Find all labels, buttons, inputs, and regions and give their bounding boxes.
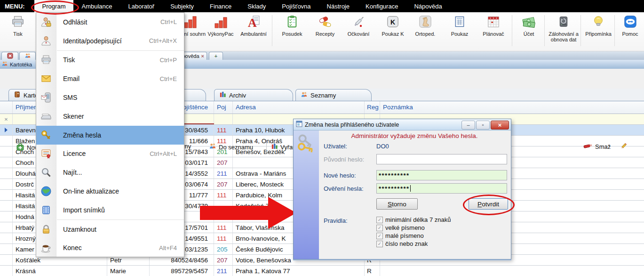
toolbar-button-zalohovani[interactable]: Zálohování a obnova dat xyxy=(546,14,581,42)
svg-text:K: K xyxy=(390,18,395,26)
toolbar-button-poukaz-k[interactable]: K Poukaz K xyxy=(376,14,409,37)
checkbox-checked-icon: ✓ xyxy=(376,225,383,231)
storno-button[interactable]: Storno xyxy=(376,198,418,210)
row-marker xyxy=(0,125,13,135)
tab-seznamy[interactable]: Seznamy xyxy=(295,89,372,101)
menu-item-email[interactable]: Email Ctrl+E xyxy=(36,69,184,88)
row-marker xyxy=(0,146,13,157)
rule-item: ✓velké písmeno xyxy=(376,224,425,231)
header-poj[interactable]: Poj xyxy=(214,101,233,114)
menu-item-sklady[interactable]: Sklady xyxy=(239,0,274,12)
menu-item-licence[interactable]: Licence Ctrl+Alt+L xyxy=(36,145,184,163)
menu-item-konec[interactable]: Konec Alt+F4 xyxy=(36,239,184,258)
menu-item-uzamknout[interactable]: Uzamknout xyxy=(36,220,184,239)
columns-icon xyxy=(271,143,278,151)
printer-icon xyxy=(36,54,56,65)
toolbar-separator xyxy=(512,15,512,46)
dialog-title: Změna hesla přihlášeného uživatele xyxy=(305,122,399,128)
toolbar-button-recepty[interactable]: Recepty xyxy=(309,14,342,37)
cell-adresa: Praha 1, Katova 77 xyxy=(233,266,365,276)
scanner-icon xyxy=(36,111,56,122)
toolbar-button-poukaz[interactable]: Poukaz xyxy=(443,14,476,37)
tab-kartoteka-icon-tab[interactable] xyxy=(19,52,36,60)
foot-icon xyxy=(409,14,442,29)
menu-item-najit[interactable]: Najít... xyxy=(36,163,184,182)
header-reg[interactable]: Reg xyxy=(365,101,380,114)
cell-jmeno: Marie xyxy=(107,266,150,276)
menu-item-konfigurace[interactable]: Konfigurace xyxy=(358,0,406,12)
tab-close-icon[interactable]: × xyxy=(201,53,204,59)
old-password-input[interactable] xyxy=(376,154,507,164)
menu-item-napoveda[interactable]: Nápověda xyxy=(406,0,450,12)
kartoteka-bar-label: Kartotéka xyxy=(10,62,32,67)
verify-password-label: Ověření hesla: xyxy=(324,185,375,192)
toolbar-button-ambulantni[interactable]: A Ambulantní xyxy=(237,14,270,37)
row-marker xyxy=(0,211,13,222)
text-caret xyxy=(410,185,411,192)
menu-item-nastroje[interactable]: Nástroje xyxy=(319,0,358,12)
do-seznamu-button[interactable]: Do seznamu xyxy=(209,143,253,151)
menu-item-import-snimku[interactable]: Import snímků xyxy=(36,201,184,219)
checkbox-checked-icon: ✓ xyxy=(376,217,383,223)
tab-close-all[interactable] xyxy=(1,52,18,60)
dialog-title-bar[interactable]: Změna hesla přihlášeného uživatele – ▫ × xyxy=(294,119,511,130)
person-lock-icon xyxy=(36,16,56,28)
toolbar-button-ockovani[interactable]: Očkování xyxy=(342,14,375,37)
dialog-side-panel xyxy=(294,130,319,259)
menu-prefix-label: MENU: xyxy=(5,0,25,12)
menu-item-tisk[interactable]: Tisk Ctrl+P xyxy=(36,51,184,70)
menu-item-skener[interactable]: Skener xyxy=(36,107,184,126)
header-poznamka[interactable]: Poznámka xyxy=(380,101,644,114)
row-marker xyxy=(0,266,13,276)
toolbar-button-pripominka[interactable]: Připomínka xyxy=(582,14,614,37)
menu-item-identita[interactable]: Identita/podepisující Ctrl+Alt+X xyxy=(36,32,184,50)
keys-icon xyxy=(296,134,316,157)
menu-item-pojistovna[interactable]: Pojišťovna xyxy=(274,0,318,12)
header-adresa[interactable]: Adresa xyxy=(233,101,365,114)
header-marker xyxy=(0,101,13,114)
pencil-icon[interactable] xyxy=(620,143,627,150)
row-marker xyxy=(0,244,13,254)
menu-item-ambulance[interactable]: Ambulance xyxy=(73,0,120,12)
toolbar-button-ucet[interactable]: Účet xyxy=(514,14,544,37)
menu-item-odhlasit[interactable]: Odhlásit Ctrl+L xyxy=(36,13,184,32)
new-password-input[interactable]: ********** xyxy=(376,170,507,180)
clear-filter-icon[interactable]: ✕ xyxy=(4,117,8,122)
maximize-button[interactable]: ▫ xyxy=(476,121,490,130)
form-icon xyxy=(443,14,476,29)
menu-item-subjekty[interactable]: Subjekty xyxy=(162,0,202,12)
program-menu: Odhlásit Ctrl+L Identita/podepisující Ct… xyxy=(36,12,184,257)
tab-new-plus[interactable]: + xyxy=(209,52,223,60)
toolbar-button-pomoc[interactable]: Pomoc xyxy=(616,14,644,37)
certificate-icon xyxy=(36,148,56,159)
verify-password-input[interactable]: ********** xyxy=(376,183,507,194)
toolbar-button-planovac[interactable]: Plánovač xyxy=(477,14,510,37)
toolbar-button-posudek[interactable]: Posudek xyxy=(276,14,309,37)
mobile-phone-icon xyxy=(36,92,56,103)
menu-item-finance[interactable]: Finance xyxy=(202,0,239,12)
toolbar-button-vykonypac[interactable]: VýkonyPac xyxy=(204,14,237,37)
row-marker xyxy=(0,168,13,179)
toolbar-button-ortoped[interactable]: Ortoped. xyxy=(409,14,442,37)
cell-poj: 205 xyxy=(214,244,233,254)
user-label: Uživatel: xyxy=(324,143,375,150)
password-dialog: Změna hesla přihlášeného uživatele – ▫ ×… xyxy=(293,119,511,260)
money-icon xyxy=(514,14,544,29)
user-value: DO0 xyxy=(376,143,389,150)
address-book-icon xyxy=(14,91,21,99)
menu-item-zmena-hesla[interactable]: Změna hesla xyxy=(36,126,184,145)
actions-separator xyxy=(266,140,267,153)
menu-item-sms[interactable]: SMS xyxy=(36,88,184,107)
close-button[interactable]: × xyxy=(491,121,509,130)
table-row[interactable]: Krásná Marie 895729/5457 211 Praha 1, Ka… xyxy=(0,266,644,276)
magnifier-icon xyxy=(36,167,56,178)
row-marker xyxy=(0,157,13,168)
smaz-button[interactable]: Smaž xyxy=(583,143,611,150)
toolbar-button-tisk[interactable]: Tisk xyxy=(3,14,33,37)
new-case-icon xyxy=(16,143,24,153)
minimize-button[interactable]: – xyxy=(461,121,475,130)
menu-item-online-aktualizace[interactable]: On-line aktualizace xyxy=(36,182,184,201)
tab-archiv[interactable]: Archiv xyxy=(214,89,293,101)
cell-poj: 211 xyxy=(214,266,233,276)
menu-item-laborator[interactable]: Laboratoř xyxy=(120,0,163,12)
